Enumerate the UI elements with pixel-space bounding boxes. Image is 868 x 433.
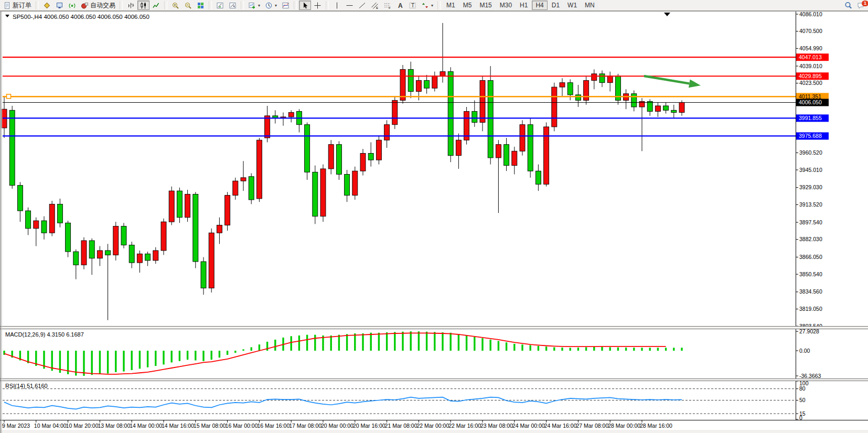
profiles-button[interactable] <box>280 1 292 10</box>
price-tick-label: 3819.050 <box>799 306 822 312</box>
vline-icon <box>333 2 341 9</box>
new-order-button[interactable]: 新订单 <box>1 1 34 10</box>
svg-text:3975.688: 3975.688 <box>799 133 822 139</box>
timeframe-h4-button[interactable]: H4 <box>532 1 547 10</box>
time-tick-label: 28 Mar 16:00 <box>640 423 672 429</box>
autotrade-button[interactable]: 自动交易 <box>79 1 117 10</box>
macd-title: MACD(12,26,9) 4.3150 6.1687 <box>5 331 84 338</box>
time-tick-label: 28 Mar 00:00 <box>608 423 640 429</box>
autoscroll-icon <box>216 2 224 9</box>
price-tick-label: 4086.010 <box>799 11 822 17</box>
time-tick-label: 15 Mar 08:00 <box>194 423 226 429</box>
hline-anchor-handle[interactable] <box>7 94 11 99</box>
zoomin-icon <box>172 2 179 9</box>
toolbar-separator <box>36 1 39 9</box>
svg-text:T: T <box>411 3 414 8</box>
chart-shift-button[interactable] <box>227 1 239 10</box>
time-tick-label: 24 Mar 00:00 <box>512 423 545 429</box>
time-tick-label: 14 Mar 16:00 <box>162 423 194 429</box>
linechart-icon <box>152 2 160 9</box>
price-tick-label: 4070.500 <box>799 28 822 34</box>
timeframe-h1-button[interactable]: H1 <box>516 1 531 10</box>
macd-tick-label: -36.3663 <box>799 373 821 379</box>
search-icon <box>844 2 852 9</box>
arrows-button[interactable]: ▾ <box>419 1 435 10</box>
tile-windows-button[interactable] <box>195 1 207 10</box>
tiles-icon <box>197 2 205 9</box>
new-chart-button[interactable]: ▾ <box>246 1 262 10</box>
timeframe-m30-button[interactable]: M30 <box>496 1 516 10</box>
line-chart-button[interactable] <box>150 1 162 10</box>
charts-folder-button[interactable] <box>41 1 53 10</box>
bar-chart-button[interactable] <box>125 1 137 10</box>
timeframe-m5-button[interactable]: M5 <box>459 1 476 10</box>
price-tick-label: 3897.540 <box>799 219 822 225</box>
price-chart-canvas[interactable]: SP500-,H4 4006.050 4006.050 4006.050 400… <box>0 11 868 433</box>
price-tick-label: 3882.030 <box>799 236 822 242</box>
terminal-button[interactable] <box>53 1 66 10</box>
rsi-tick-label: 0 <box>799 415 802 421</box>
price-tick-label: 4054.990 <box>799 45 822 51</box>
trendline-button[interactable] <box>356 1 368 10</box>
notifications-button[interactable]: 1 <box>855 1 867 10</box>
fibonacci-button[interactable]: F <box>381 1 393 10</box>
equidistant-channel-button[interactable]: E <box>369 1 381 10</box>
chevron-down-icon: ▾ <box>431 3 433 8</box>
svg-text:E: E <box>376 6 378 9</box>
time-tick-label: 14 Mar 00:00 <box>130 423 162 429</box>
notification-badge: 1 <box>862 1 868 6</box>
svg-text:4047.013: 4047.013 <box>799 54 822 60</box>
timeframe-w1-button[interactable]: W1 <box>564 1 581 10</box>
text-label-button[interactable]: T <box>406 1 419 10</box>
candlestick-chart-button[interactable] <box>137 1 149 10</box>
candles-icon <box>140 2 147 9</box>
autotrade-icon <box>81 2 89 9</box>
chart-window[interactable]: SP500-,H4 4006.050 4006.050 4006.050 400… <box>0 11 868 433</box>
toolbar-separator <box>164 1 167 9</box>
rsi-tick-label: 80 <box>799 385 806 392</box>
gold-icon <box>43 2 51 9</box>
periods-button[interactable]: ▾ <box>263 1 279 10</box>
toolbar-separator <box>437 1 441 9</box>
status-strip <box>0 430 868 433</box>
doc-icon <box>3 2 11 9</box>
time-tick-label: 10 Mar 20:00 <box>66 423 99 429</box>
time-tick-label: 23 Mar 08:00 <box>480 423 513 429</box>
price-tick-label: 3850.540 <box>799 271 822 277</box>
price-tick-label: 3913.520 <box>799 201 822 208</box>
cursor-button[interactable] <box>299 1 311 10</box>
bars-icon <box>127 2 135 9</box>
price-tick-label: 4023.500 <box>799 80 822 86</box>
shapes-icon <box>421 2 429 9</box>
auto-scroll-button[interactable] <box>214 1 226 10</box>
time-tick-label: 9 Mar 2023 <box>2 423 30 429</box>
tline-icon <box>358 2 366 9</box>
text-button[interactable]: A <box>394 1 406 10</box>
zoom-in-button[interactable] <box>169 1 181 10</box>
timeframe-d1-button[interactable]: D1 <box>548 1 563 10</box>
time-tick-label: 17 Mar 08:00 <box>289 423 322 429</box>
toolbar-separator <box>326 1 329 9</box>
zoom-out-button[interactable] <box>182 1 194 10</box>
toolbar-separator <box>209 1 212 9</box>
crosshair-icon <box>314 2 322 9</box>
toolbar: 新订单自动交易▾▾EFAT▾M1M5M15M30H1H4D1W1MN1 <box>0 0 868 11</box>
signals-button[interactable] <box>66 1 78 10</box>
price-tick-label: 3960.520 <box>799 149 822 156</box>
crosshair-button[interactable] <box>312 1 324 10</box>
clock-icon <box>265 2 273 9</box>
toolbar-separator <box>241 1 244 9</box>
time-tick-label: 13 Mar 08:00 <box>98 423 130 429</box>
chartshift-icon <box>229 2 237 9</box>
toolbar-separator <box>294 1 297 9</box>
svg-text:F: F <box>389 6 391 9</box>
timeframe-m1-button[interactable]: M1 <box>443 1 459 10</box>
vertical-line-button[interactable] <box>331 1 343 10</box>
timeframe-m15-button[interactable]: M15 <box>476 1 495 10</box>
search-button[interactable] <box>842 1 854 10</box>
time-tick-label: 22 Mar 00:00 <box>416 423 449 429</box>
chevron-down-icon: ▾ <box>275 3 277 8</box>
timeframe-mn-button[interactable]: MN <box>581 1 598 10</box>
new-order-label: 新订单 <box>13 1 31 10</box>
horizontal-line-button[interactable] <box>344 1 356 10</box>
